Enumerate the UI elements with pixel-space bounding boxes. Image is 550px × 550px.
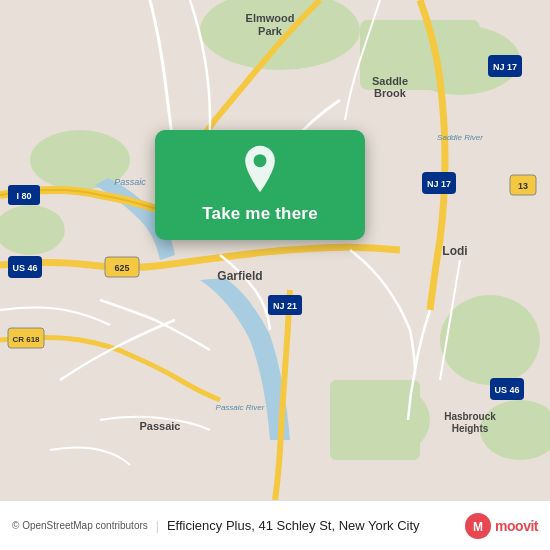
svg-text:NJ 17: NJ 17: [493, 62, 517, 72]
svg-text:M: M: [473, 520, 483, 534]
svg-point-6: [440, 295, 540, 385]
svg-point-40: [254, 154, 267, 167]
svg-text:Saddle: Saddle: [372, 75, 408, 87]
svg-text:Brook: Brook: [374, 87, 407, 99]
openstreetmap-credit: © OpenStreetMap contributors: [12, 520, 148, 531]
svg-text:US 46: US 46: [12, 263, 37, 273]
svg-text:NJ 17: NJ 17: [427, 179, 451, 189]
svg-rect-9: [330, 380, 420, 460]
svg-text:CR 618: CR 618: [12, 335, 40, 344]
svg-text:13: 13: [518, 181, 528, 191]
separator: |: [156, 519, 159, 533]
svg-text:Heights: Heights: [452, 423, 489, 434]
tooltip-card[interactable]: Take me there: [155, 130, 365, 240]
svg-text:Passaic: Passaic: [140, 420, 181, 432]
svg-text:US 46: US 46: [494, 385, 519, 395]
location-pin-icon: [238, 144, 282, 194]
moovit-logo: M moovit: [464, 512, 538, 540]
bottom-bar: © OpenStreetMap contributors | Efficienc…: [0, 500, 550, 550]
take-me-there-button[interactable]: Take me there: [202, 204, 318, 224]
svg-text:625: 625: [114, 263, 129, 273]
svg-text:Passaic River: Passaic River: [216, 403, 265, 412]
moovit-icon: M: [464, 512, 492, 540]
svg-text:Garfield: Garfield: [217, 269, 262, 283]
svg-text:Hasbrouck: Hasbrouck: [444, 411, 496, 422]
svg-text:I 80: I 80: [16, 191, 31, 201]
moovit-text: moovit: [495, 518, 538, 534]
svg-text:Passaic: Passaic: [114, 177, 146, 187]
svg-text:Elmwood: Elmwood: [246, 12, 295, 24]
svg-text:NJ 21: NJ 21: [273, 301, 297, 311]
svg-text:Saddle River: Saddle River: [437, 133, 483, 142]
svg-text:Lodi: Lodi: [442, 244, 467, 258]
location-label: Efficiency Plus, 41 Schley St, New York …: [167, 518, 456, 533]
map-background: I 80 NJ 17 NJ 17 US 46 625 NJ 21 CR 618 …: [0, 0, 550, 500]
map-container[interactable]: I 80 NJ 17 NJ 17 US 46 625 NJ 21 CR 618 …: [0, 0, 550, 500]
svg-text:Park: Park: [258, 25, 283, 37]
